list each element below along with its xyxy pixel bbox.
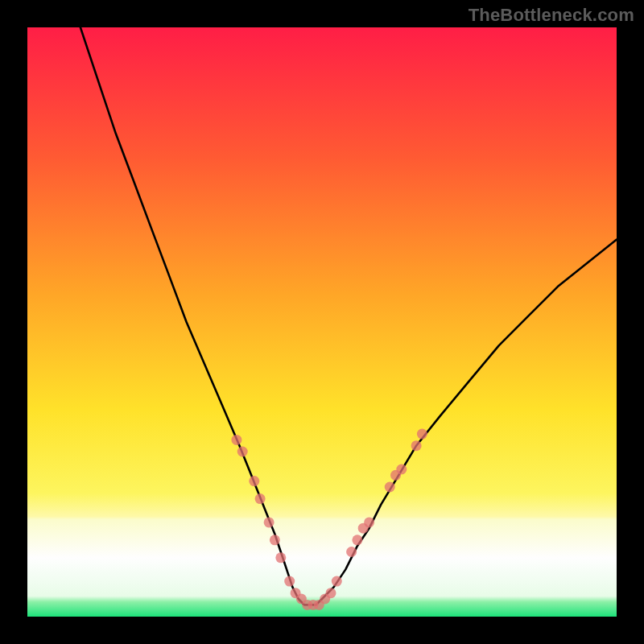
data-marker [255, 493, 266, 504]
data-marker [249, 476, 259, 486]
chart-frame: TheBottleneck.com [0, 0, 644, 644]
data-marker [284, 576, 295, 587]
data-marker [231, 435, 242, 445]
data-marker [352, 535, 362, 545]
data-marker [396, 464, 407, 475]
data-marker [237, 447, 248, 457]
data-marker [275, 552, 286, 563]
data-marker [364, 517, 374, 527]
data-marker [411, 440, 422, 451]
data-marker [326, 588, 336, 598]
gradient-background [27, 27, 617, 617]
data-marker [264, 517, 275, 527]
chart-svg [27, 27, 617, 617]
data-marker [385, 482, 395, 493]
data-marker [332, 576, 342, 587]
plot-area [27, 27, 617, 617]
data-marker [417, 429, 427, 440]
watermark-text: TheBottleneck.com [469, 5, 634, 26]
data-marker [270, 535, 280, 545]
data-marker [346, 547, 357, 557]
